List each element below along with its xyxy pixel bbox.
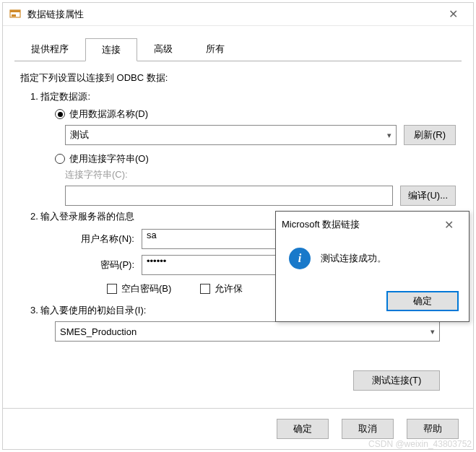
msgbox-close-button[interactable]: ✕ — [434, 218, 463, 232]
message-box: Microsoft 数据链接 ✕ i 测试连接成功。 确定 — [275, 211, 469, 322]
build-button[interactable]: 编译(U)... — [400, 186, 456, 206]
radio-use-dsn-label: 使用数据源名称(D) — [69, 108, 148, 121]
chevron-down-icon: ▾ — [387, 131, 391, 140]
blank-password-label: 空白密码(B) — [121, 282, 171, 295]
info-icon: i — [289, 248, 311, 269]
ok-button[interactable]: 确定 — [277, 419, 329, 439]
connstr-input[interactable] — [65, 186, 393, 206]
app-icon — [9, 8, 22, 21]
msgbox-ok-button[interactable]: 确定 — [386, 291, 459, 311]
cancel-button[interactable]: 取消 — [342, 419, 394, 439]
svg-rect-1 — [10, 10, 20, 12]
radio-use-dsn[interactable] — [55, 109, 65, 119]
radio-use-connstr[interactable] — [55, 154, 65, 164]
allow-save-label: 允许保 — [215, 282, 243, 295]
tab-provider[interactable]: 提供程序 — [14, 38, 85, 61]
msgbox-message: 测试连接成功。 — [321, 252, 386, 265]
chevron-down-icon: ▾ — [430, 327, 435, 336]
tab-advanced[interactable]: 高级 — [137, 38, 189, 61]
titlebar: 数据链接属性 ✕ — [3, 3, 473, 26]
panel-instructions: 指定下列设置以连接到 ODBC 数据: — [20, 71, 456, 84]
dsn-dropdown[interactable]: 测试 ▾ — [65, 125, 397, 145]
username-input[interactable]: sa — [142, 229, 286, 249]
connstr-label: 连接字符串(C): — [65, 168, 456, 181]
blank-password-checkbox[interactable] — [107, 284, 117, 294]
allow-save-checkbox[interactable] — [200, 284, 210, 294]
tab-strip: 提供程序 连接 高级 所有 — [3, 26, 473, 61]
dsn-value: 测试 — [70, 129, 89, 142]
username-label: 用户名称(N): — [55, 232, 134, 245]
tab-all[interactable]: 所有 — [189, 38, 241, 61]
msgbox-title: Microsoft 数据链接 — [282, 218, 360, 231]
password-input[interactable]: •••••• — [142, 255, 286, 275]
svg-rect-2 — [12, 14, 16, 17]
catalog-dropdown[interactable]: SMES_Production ▾ — [55, 321, 440, 342]
msgbox-titlebar: Microsoft 数据链接 ✕ — [276, 212, 469, 238]
help-button[interactable]: 帮助 — [407, 419, 459, 439]
tab-connection[interactable]: 连接 — [85, 38, 137, 61]
radio-use-connstr-label: 使用连接字符串(O) — [69, 152, 149, 165]
close-button[interactable]: ✕ — [438, 7, 467, 21]
catalog-value: SMES_Production — [60, 326, 137, 337]
section1-heading: 1. 指定数据源: — [30, 90, 456, 103]
test-connection-button[interactable]: 测试连接(T) — [353, 370, 440, 391]
dialog-footer: 确定 取消 帮助 — [3, 408, 473, 449]
refresh-button[interactable]: 刷新(R) — [404, 125, 456, 145]
window-title: 数据链接属性 — [27, 8, 84, 21]
password-label: 密码(P): — [55, 258, 134, 271]
